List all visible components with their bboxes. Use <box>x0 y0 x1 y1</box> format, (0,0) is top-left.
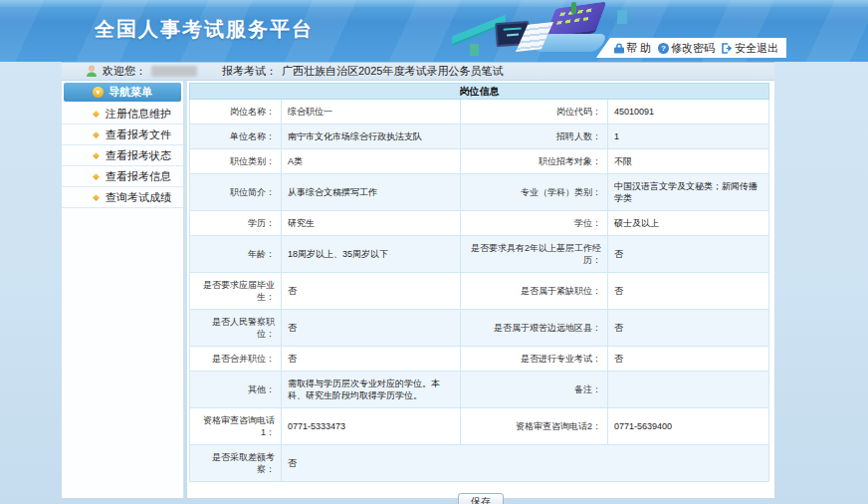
field-value: 中国汉语言文学及文秘类；新闻传播学类 <box>608 174 769 211</box>
field-label: 职位类别： <box>190 149 282 174</box>
sidebar-item-query-exam-results[interactable]: 查询考试成绩 <box>62 187 183 208</box>
sidebar-item-label: 查看报考信息 <box>106 169 171 184</box>
field-value: 0771-5333473 <box>282 408 461 445</box>
field-label: 年龄： <box>190 236 282 273</box>
sidebar: ▾ 导航菜单 注册信息维护 查看报考文件 查看报考状态 查看报考信息 查询考试成… <box>62 81 184 498</box>
field-value: 研究生 <box>282 211 461 236</box>
field-value <box>608 372 769 408</box>
field-label: 专业（学科）类别： <box>461 174 608 211</box>
top-links-bar: 帮 助 ? 修改密码 安全退出 <box>596 38 786 58</box>
sidebar-item-label: 查询考试成绩 <box>106 190 171 205</box>
bullet-icon <box>93 110 100 117</box>
field-label: 是否采取差额考察： <box>190 445 282 482</box>
table-row: 岗位名称：综合职位一岗位代码：45010091 <box>190 100 769 125</box>
bullet-icon <box>93 193 100 200</box>
bullet-icon <box>93 130 100 137</box>
field-value: 从事综合文稿撰写工作 <box>282 174 461 211</box>
field-value: 南宁市文化市场综合行政执法支队 <box>282 125 461 149</box>
field-label: 是否人民警察职位： <box>190 310 282 347</box>
field-value: 否 <box>608 310 769 347</box>
sidebar-item-view-application-info[interactable]: 查看报考信息 <box>62 166 183 187</box>
exam-label: 报考考试： <box>222 64 277 79</box>
redacted-username <box>151 66 197 77</box>
header-top-strip <box>0 0 868 7</box>
field-value: 硕士及以上 <box>608 211 769 236</box>
help-link[interactable]: 帮 助 <box>614 41 651 56</box>
job-info-table: 岗位信息 岗位名称：综合职位一岗位代码：45010091单位名称：南宁市文化市场… <box>189 83 769 482</box>
sidebar-item-registration-info[interactable]: 注册信息维护 <box>62 104 183 125</box>
greeting-label: 欢迎您： <box>103 64 146 79</box>
table-row: 是否要求应届毕业生：否是否属于紧缺职位：否 <box>190 273 769 310</box>
field-label: 招聘人数： <box>461 125 608 149</box>
table-row: 职位类别：A类职位招考对象：不限 <box>190 149 769 174</box>
field-value: 1 <box>608 125 769 149</box>
field-label: 资格审查咨询电话2： <box>461 408 608 445</box>
table-row: 资格审查咨询电话1：0771-5333473资格审查咨询电话2：0771-563… <box>190 408 769 445</box>
question-icon: ? <box>658 43 669 54</box>
field-label: 学历： <box>190 211 282 236</box>
cube-shape <box>470 44 479 56</box>
field-label: 单位名称： <box>190 125 282 149</box>
save-button[interactable]: 保存 <box>458 493 504 504</box>
sidebar-item-view-application-status[interactable]: 查看报考状态 <box>62 145 183 166</box>
field-label: 是否要求具有2年以上基层工作经历： <box>461 236 608 273</box>
field-value: 否 <box>282 273 461 310</box>
main-panel: 岗位信息 岗位名称：综合职位一岗位代码：45010091单位名称：南宁市文化市场… <box>187 81 774 498</box>
table-row: 其他：需取得与学历层次专业对应的学位。本科、研究生阶段均取得学历学位。备注： <box>190 372 769 408</box>
field-value: 否 <box>282 347 461 372</box>
change-password-label: 修改密码 <box>671 41 715 56</box>
table-row: 是否人民警察职位：否是否属于艰苦边远地区县：否 <box>190 310 769 347</box>
field-label: 岗位代码： <box>461 100 608 125</box>
sidebar-item-label: 查看报考状态 <box>106 148 171 163</box>
field-value: 不限 <box>608 149 769 174</box>
field-label: 职位简介： <box>190 174 282 211</box>
field-label: 职位招考对象： <box>461 149 608 174</box>
chevron-down-icon: ▾ <box>93 87 104 98</box>
table-title: 岗位信息 <box>190 84 769 100</box>
field-value: 需取得与学历层次专业对应的学位。本科、研究生阶段均取得学历学位。 <box>282 372 461 408</box>
bullet-icon <box>93 172 100 179</box>
field-value: 否 <box>608 273 769 310</box>
field-value: A类 <box>282 149 461 174</box>
table-row: 是否合并职位：否是否进行专业考试：否 <box>190 347 769 372</box>
field-value: 否 <box>608 347 769 372</box>
logout-link[interactable]: 安全退出 <box>722 41 778 56</box>
field-value: 否 <box>282 445 769 482</box>
table-row: 学历：研究生学位：硕士及以上 <box>190 211 769 236</box>
exam-name: 广西壮族自治区2025年度考试录用公务员笔试 <box>282 64 503 79</box>
field-value: 45010091 <box>608 100 769 125</box>
table-row: 是否采取差额考察：否 <box>190 445 769 482</box>
logout-icon <box>722 43 733 54</box>
field-label: 备注： <box>461 372 608 408</box>
figure-shape <box>571 2 576 14</box>
field-label: 是否合并职位： <box>190 347 282 372</box>
field-value: 18周岁以上、35周岁以下 <box>282 236 461 273</box>
field-value: 0771-5639400 <box>608 408 769 445</box>
table-row: 年龄：18周岁以上、35周岁以下是否要求具有2年以上基层工作经历：否 <box>190 236 769 273</box>
field-value: 否 <box>282 310 461 347</box>
field-label: 是否要求应届毕业生： <box>190 273 282 310</box>
field-label: 是否属于紧缺职位： <box>461 273 608 310</box>
nav-menu-title: 导航菜单 <box>108 85 152 100</box>
job-info-tbody: 岗位名称：综合职位一岗位代码：45010091单位名称：南宁市文化市场综合行政执… <box>190 100 769 482</box>
field-label: 学位： <box>461 211 608 236</box>
change-password-link[interactable]: ? 修改密码 <box>658 41 715 56</box>
logout-label: 安全退出 <box>735 41 778 56</box>
site-title: 全国人事考试服务平台 <box>95 16 314 43</box>
bullet-icon <box>93 151 100 158</box>
field-label: 资格审查咨询电话1： <box>190 408 282 445</box>
field-label: 岗位名称： <box>190 100 282 125</box>
field-value: 否 <box>608 236 769 273</box>
lock-icon <box>614 43 624 54</box>
welcome-bar: 欢迎您： 报考考试： 广西壮族自治区2025年度考试录用公务员笔试 <box>62 62 774 81</box>
cube-shape <box>617 10 627 24</box>
table-row: 职位简介：从事综合文稿撰写工作专业（学科）类别：中国汉语言文学及文秘类；新闻传播… <box>190 174 769 211</box>
sidebar-item-label: 查看报考文件 <box>106 127 171 142</box>
field-value: 综合职位一 <box>282 100 461 125</box>
nav-menu-header: ▾ 导航菜单 <box>64 83 181 102</box>
help-label: 帮 助 <box>626 41 651 56</box>
field-label: 其他： <box>190 372 282 408</box>
table-row: 单位名称：南宁市文化市场综合行政执法支队招聘人数：1 <box>190 125 769 149</box>
content-area: ▾ 导航菜单 注册信息维护 查看报考文件 查看报考状态 查看报考信息 查询考试成… <box>62 81 774 498</box>
sidebar-item-view-exam-documents[interactable]: 查看报考文件 <box>62 125 183 145</box>
